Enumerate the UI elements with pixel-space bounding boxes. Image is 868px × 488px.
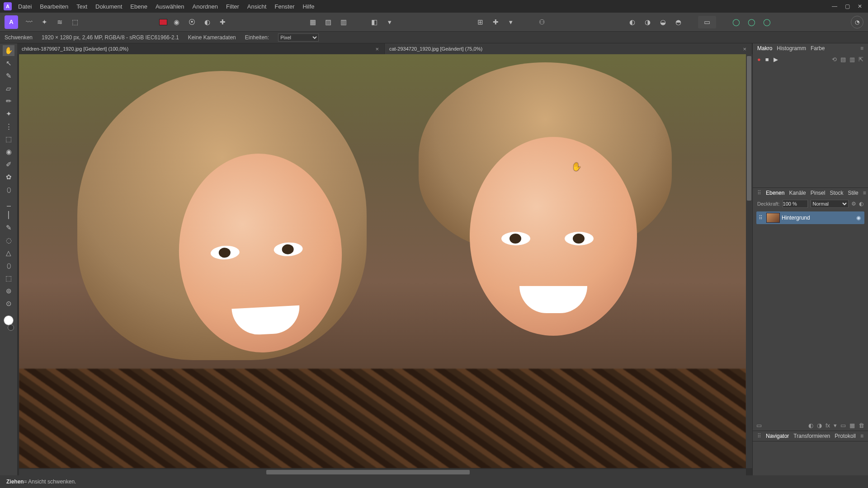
menu-auswaehlen[interactable]: Auswählen (156, 3, 184, 10)
crop-icon[interactable]: ⊞ (474, 16, 486, 28)
tab-ebenen[interactable]: Ebenen (766, 190, 784, 196)
menu-dokument[interactable]: Dokument (95, 3, 122, 10)
clone-tool-icon[interactable]: ⎯ (3, 197, 14, 208)
menu-anordnen[interactable]: Anordnen (193, 3, 218, 10)
tab-makro[interactable]: Makro (757, 45, 772, 52)
persona-tonemap-icon[interactable]: ≋ (53, 16, 66, 28)
fill-tool-icon[interactable]: ✿ (3, 172, 14, 183)
autowb-icon[interactable]: ✚ (216, 16, 229, 28)
canvas[interactable]: ✋ (19, 54, 746, 468)
persona-export-icon[interactable]: ⬚ (69, 16, 81, 28)
macro-stop-icon[interactable]: ■ (765, 56, 769, 63)
menu-text[interactable]: Text (76, 3, 87, 10)
panel-grip-icon[interactable]: ⠿ (757, 433, 761, 439)
close-button[interactable]: ✕ (855, 3, 864, 9)
blur-tool-icon[interactable]: ◌ (3, 235, 14, 246)
swatch-icon[interactable] (159, 19, 167, 25)
autocontrast-icon[interactable]: ⦿ (185, 16, 198, 28)
snapping-icon[interactable]: ✚ (489, 16, 502, 28)
assistant-icon[interactable]: ⚇ (535, 16, 548, 28)
layers-footer-a-icon[interactable]: ▭ (756, 422, 762, 429)
opacity-input[interactable] (783, 200, 808, 208)
arrange-back-icon[interactable]: ◐ (626, 16, 638, 28)
macro-save-icon[interactable]: ▥ (849, 56, 855, 63)
arrange-backward-icon[interactable]: ◑ (641, 16, 654, 28)
erase-tool-icon[interactable]: ✐ (3, 159, 14, 170)
maximize-button[interactable]: ▢ (843, 3, 852, 9)
redeye-tool-icon[interactable]: ⬚ (3, 273, 14, 284)
menu-datei[interactable]: Datei (18, 3, 32, 10)
mesh-tool-icon[interactable]: ⊚ (3, 286, 14, 296)
group-icon[interactable]: ▭ (840, 422, 846, 429)
tab-stock[interactable]: Stock (830, 190, 843, 196)
doc-tab-1[interactable]: children-1879907_1920.jpg [Geändert] (10… (17, 43, 385, 54)
selection-new-icon[interactable]: ▦ (307, 16, 319, 28)
adjustment-icon[interactable]: ◑ (817, 422, 822, 429)
macro-export-icon[interactable]: ⇱ (859, 56, 863, 63)
tab-farbe[interactable]: Farbe (811, 45, 825, 52)
foreground-color-icon[interactable] (4, 315, 14, 325)
minimize-button[interactable]: — (830, 3, 839, 9)
arrange-front-icon[interactable]: ◓ (672, 16, 684, 28)
menu-ansicht[interactable]: Ansicht (247, 3, 267, 10)
tab-histogramm[interactable]: Histogramm (777, 45, 806, 52)
freehand-tool-icon[interactable]: ⬚ (3, 134, 14, 145)
blendmode-select[interactable]: Normal (811, 200, 849, 208)
zoom-tool-icon[interactable]: ⊙ (3, 298, 14, 309)
doc-tab-1-close-icon[interactable]: × (374, 46, 380, 52)
pen-tool-icon[interactable]: ✎ (3, 222, 14, 233)
macro-add-icon[interactable]: ▧ (840, 56, 846, 63)
layer-checkbox-icon[interactable]: ◉ (856, 215, 864, 221)
units-select[interactable]: Pixel (278, 33, 319, 42)
tab-navigator[interactable]: Navigator (766, 433, 789, 439)
addlayer-icon[interactable]: ▦ (849, 422, 855, 429)
sharpen-tool-icon[interactable]: △ (3, 248, 14, 258)
background-color-icon[interactable] (8, 324, 14, 331)
quickmask-icon[interactable]: ◧ (368, 16, 381, 28)
smudge-tool-icon[interactable]: ⬯ (3, 260, 14, 271)
heal-tool-icon[interactable]: ⎮ (3, 210, 14, 221)
layer-row[interactable]: ⠿ Hintergrund ◉ (756, 211, 864, 224)
layer-visibility-icon[interactable]: ⠿ (756, 215, 764, 221)
hand-tool-icon[interactable]: ✋ (3, 45, 14, 56)
persona-photo-icon[interactable]: A (5, 15, 18, 29)
menu-ebene[interactable]: Ebene (130, 3, 147, 10)
flood-tool-icon[interactable]: ✦ (3, 108, 14, 119)
macro-play-icon[interactable]: ▶ (774, 56, 778, 63)
menu-filter[interactable]: Filter (226, 3, 239, 10)
tab-transformieren[interactable]: Transformieren (793, 433, 830, 439)
snapping-dropdown-icon[interactable]: ▾ (505, 16, 517, 28)
vertical-scrollbar[interactable] (746, 54, 752, 468)
dodge-tool-icon[interactable]: ⬯ (3, 184, 14, 195)
menu-bearbeiten[interactable]: Bearbeiten (40, 3, 68, 10)
doc-tab-2-close-icon[interactable]: × (742, 46, 747, 52)
horizontal-scrollbar[interactable] (19, 469, 746, 475)
persona-develop-icon[interactable]: ✦ (38, 16, 51, 28)
nav-menu-icon[interactable]: ≡ (860, 433, 863, 439)
move-tool-icon[interactable]: ↖ (3, 58, 14, 69)
sync-b-icon[interactable]: ◯ (745, 16, 758, 28)
tab-stile[interactable]: Stile (848, 190, 858, 196)
merge-icon[interactable]: ▾ (834, 422, 837, 429)
panel-grip-icon[interactable]: ⠿ (757, 190, 761, 196)
colorpicker-tool-icon[interactable]: ✎ (3, 70, 14, 81)
selection-add-icon[interactable]: ▨ (322, 16, 335, 28)
account-icon[interactable]: ◔ (851, 16, 863, 28)
fx-icon[interactable]: fx (826, 422, 830, 429)
tab-protokoll[interactable]: Protokoll (835, 433, 856, 439)
sync-a-icon[interactable]: ◯ (730, 16, 742, 28)
layers-menu-icon[interactable]: ≡ (863, 190, 866, 196)
delete-icon[interactable]: 🗑 (859, 422, 864, 429)
marquee-tool-icon[interactable]: ⋮ (3, 121, 14, 132)
menu-hilfe[interactable]: Hilfe (303, 3, 315, 10)
paintbrush-tool-icon[interactable]: ◉ (3, 146, 14, 157)
crop-tool-icon[interactable]: ▱ (3, 83, 14, 94)
quickmask-dropdown-icon[interactable]: ▾ (383, 16, 396, 28)
selectionbrush-tool-icon[interactable]: ✏ (3, 96, 14, 107)
doc-tab-2[interactable]: cat-2934720_1920.jpg [Geändert] (75,0%) … (385, 43, 752, 54)
macro-record-icon[interactable]: ● (757, 56, 761, 63)
autocolors-icon[interactable]: ◐ (201, 16, 213, 28)
layer-fx-icon[interactable]: ◐ (859, 201, 863, 207)
tab-kanaele[interactable]: Kanäle (789, 190, 806, 196)
mask-icon[interactable]: ◐ (808, 422, 813, 429)
